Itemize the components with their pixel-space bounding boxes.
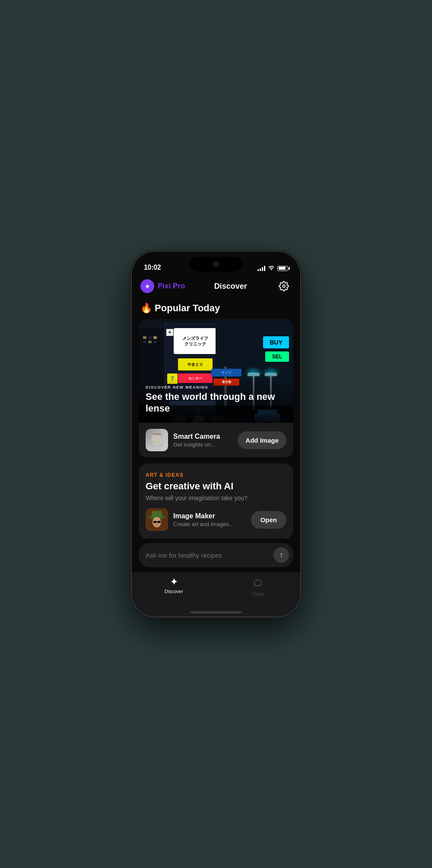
smart-camera-desc: Get insights on... xyxy=(173,441,232,448)
art-desc: Where will your imagination take you? xyxy=(146,495,286,501)
home-indicator xyxy=(132,608,300,616)
image-maker-avatar xyxy=(146,508,168,531)
tab-discover[interactable]: ✦ Discover xyxy=(132,577,216,594)
image-maker-desc: Create art and images... xyxy=(173,521,246,527)
discover-icon: ✦ xyxy=(170,577,178,587)
svg-point-0 xyxy=(283,285,285,287)
discover-label: Discover xyxy=(165,589,183,594)
art-category: ART & IDEAS xyxy=(146,472,286,478)
svg-rect-11 xyxy=(157,521,161,523)
nav-title: Discover xyxy=(214,282,247,291)
add-image-button[interactable]: Add Image xyxy=(238,431,286,449)
nav-header: ★ Pixi Pro Discover xyxy=(132,275,300,299)
phone-frame: 10:02 ★ xyxy=(132,252,300,616)
send-arrow-icon: ↑ xyxy=(280,552,283,558)
settings-button[interactable] xyxy=(276,278,292,294)
svg-rect-8 xyxy=(152,511,162,518)
chats-label: Chats xyxy=(252,591,264,597)
image-maker-name: Image Maker xyxy=(173,512,246,520)
home-bar xyxy=(190,611,242,613)
image-maker-text: Image Maker Create art and images... xyxy=(173,512,246,527)
tab-chats[interactable]: Chats xyxy=(216,577,300,597)
status-time: 10:02 xyxy=(144,264,161,271)
input-row: ↑ xyxy=(139,543,293,567)
smart-camera-name: Smart Camera xyxy=(173,433,232,440)
hero-title: See the world through a new lense xyxy=(146,391,286,414)
popular-today-header: 🔥 Popular Today xyxy=(132,299,300,319)
svg-point-4 xyxy=(156,433,158,434)
battery-icon xyxy=(277,266,288,271)
smart-camera-text: Smart Camera Get insights on... xyxy=(173,433,232,448)
hero-card: メンズライフクリニック + やきとり センター xyxy=(139,319,293,457)
art-card: ART & IDEAS Get creative with AI Where w… xyxy=(139,463,293,538)
phone-screen: 10:02 ★ xyxy=(132,252,300,616)
brand-logo[interactable]: ★ Pixi Pro xyxy=(140,279,185,293)
brand-name: Pixi Pro xyxy=(158,282,185,290)
art-title: Get creative with AI xyxy=(146,481,286,492)
hero-image: メンズライフクリニック + やきとり センター xyxy=(139,319,293,423)
tab-bar: ✦ Discover Chats xyxy=(132,572,300,608)
status-icons xyxy=(257,265,288,271)
wifi-icon xyxy=(268,265,275,271)
send-button[interactable]: ↑ xyxy=(273,547,289,563)
hero-overlay-text: DISCOVER NEW MEANING See the world throu… xyxy=(139,378,293,423)
chats-icon xyxy=(253,577,264,590)
scroll-content: 🔥 Popular Today xyxy=(132,299,300,538)
input-bar: ↑ xyxy=(132,538,300,572)
brand-icon: ★ xyxy=(140,279,154,293)
dynamic-island xyxy=(190,257,242,271)
open-button[interactable]: Open xyxy=(251,511,286,529)
smart-camera-avatar xyxy=(146,429,168,451)
camera-dot xyxy=(213,262,219,267)
signal-icon xyxy=(257,266,265,271)
chat-input[interactable] xyxy=(146,552,270,559)
hero-subtitle: DISCOVER NEW MEANING xyxy=(146,385,286,389)
art-bot-row: Image Maker Create art and images... Ope… xyxy=(146,508,286,538)
hero-bot-row: Smart Camera Get insights on... Add Imag… xyxy=(139,423,293,457)
svg-rect-10 xyxy=(153,521,157,523)
